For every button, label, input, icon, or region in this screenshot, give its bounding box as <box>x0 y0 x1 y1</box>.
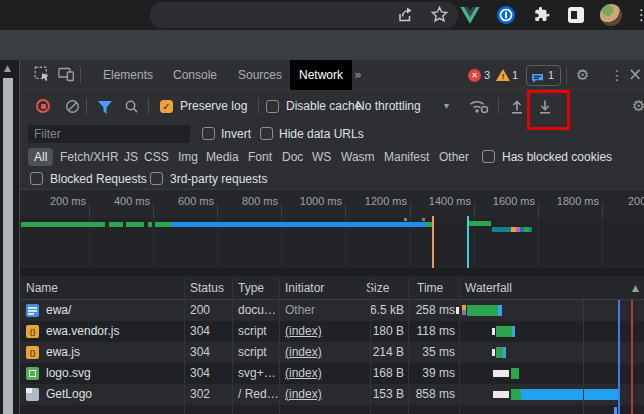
network-conditions-icon[interactable] <box>468 98 489 118</box>
ruler-label: 2000 ms <box>628 195 644 207</box>
devtools-close-icon[interactable]: × <box>628 60 642 89</box>
sort-indicator-icon[interactable]: ▲ <box>632 276 639 300</box>
table-row[interactable]: {} ewa.js 304 script (index) 214 B 35 ms <box>20 342 644 363</box>
chip-all[interactable]: All <box>28 148 53 166</box>
request-time: 35 ms <box>410 342 455 363</box>
chip-ws[interactable]: WS <box>312 146 331 168</box>
record-button[interactable] <box>36 99 50 113</box>
chip-other[interactable]: Other <box>439 146 469 168</box>
request-status: 304 <box>190 321 210 342</box>
chip-font[interactable]: Font <box>248 146 272 168</box>
browser-menu-icon[interactable]: ⋮ <box>634 0 644 30</box>
clear-button[interactable] <box>65 99 80 118</box>
disable-cache-label[interactable]: Disable cache <box>286 90 361 122</box>
chip-media[interactable]: Media <box>206 146 239 168</box>
search-icon[interactable] <box>124 99 139 118</box>
tab-console[interactable]: Console <box>173 60 217 90</box>
third-party-checkbox[interactable] <box>150 172 163 185</box>
filter-input[interactable] <box>28 125 190 143</box>
request-initiator-link[interactable]: (index) <box>285 363 322 384</box>
type-filter-chips: All Fetch/XHR JS CSS Img Media Font Doc … <box>20 146 644 168</box>
bookmark-star-icon[interactable] <box>430 5 449 28</box>
import-har-icon[interactable] <box>510 99 524 118</box>
blocked-requests-checkbox[interactable] <box>30 172 43 185</box>
waterfall-waiting <box>496 326 512 337</box>
chip-img[interactable]: Img <box>178 146 198 168</box>
column-header-time[interactable]: Time <box>417 276 443 300</box>
table-row[interactable]: ewa/ 200 docu… Other 6.5 kB 258 ms <box>20 300 644 321</box>
tab-sources[interactable]: Sources <box>238 60 282 90</box>
vue-extension-icon[interactable] <box>460 7 480 28</box>
more-tabs-icon[interactable]: » <box>354 60 362 90</box>
scrollbar-thumb[interactable] <box>3 78 13 414</box>
third-party-label[interactable]: 3rd-party requests <box>170 168 267 190</box>
overview-bar <box>21 222 105 227</box>
warning-badge-icon[interactable]: ! <box>496 69 510 81</box>
hide-data-urls-checkbox[interactable] <box>260 127 273 140</box>
onepassword-extension-icon[interactable] <box>497 6 515 28</box>
ruler-label: 1200 ms <box>345 195 407 207</box>
filter-funnel-icon[interactable] <box>98 100 112 118</box>
request-initiator-link[interactable]: (index) <box>285 342 322 363</box>
blocked-requests-label[interactable]: Blocked Requests <box>50 168 147 190</box>
ruler-label: 600 ms <box>152 195 214 207</box>
ruler-label: 200 ms <box>24 195 86 207</box>
table-row[interactable]: logo.svg 304 svg+… (index) 168 B 39 ms <box>20 363 644 384</box>
preserve-log-checkbox[interactable]: ✓ <box>160 100 173 113</box>
chip-manifest[interactable]: Manifest <box>384 146 429 168</box>
request-initiator-link[interactable]: (index) <box>285 384 322 405</box>
request-name: ewa.vendor.js <box>46 321 119 342</box>
profile-avatar[interactable] <box>600 4 622 26</box>
has-blocked-cookies-label[interactable]: Has blocked cookies <box>502 146 612 168</box>
device-toolbar-icon[interactable] <box>58 66 75 87</box>
invert-checkbox[interactable] <box>202 127 215 140</box>
waterfall-download <box>521 389 618 400</box>
chip-wasm[interactable]: Wasm <box>341 146 375 168</box>
column-header-waterfall[interactable]: Waterfall <box>465 276 512 300</box>
extensions-puzzle-icon[interactable] <box>533 6 551 28</box>
scrollbar-up-arrow-icon[interactable]: ▲ <box>4 63 11 73</box>
inspect-element-icon[interactable] <box>34 66 51 87</box>
error-count[interactable]: 3 <box>484 60 490 90</box>
request-initiator-link[interactable]: (index) <box>285 321 322 342</box>
column-header-name[interactable]: Name <box>26 276 58 300</box>
network-overview[interactable] <box>20 218 644 268</box>
page-scrollbar[interactable]: ▲ <box>0 60 19 414</box>
disable-cache-checkbox[interactable] <box>266 100 279 113</box>
throttling-dropdown-icon[interactable]: ▾ <box>444 90 449 122</box>
table-row[interactable]: GetLogo 302 / Red… (index) 153 B 858 ms <box>20 384 644 405</box>
timeline-ruler[interactable]: 200 ms 400 ms 600 ms 800 ms 1000 ms 1200… <box>20 190 644 218</box>
devtools-menu-icon[interactable]: ⋮ <box>610 60 624 90</box>
tab-elements[interactable]: Elements <box>103 60 153 90</box>
share-icon[interactable] <box>396 6 414 28</box>
invert-label[interactable]: Invert <box>221 122 251 146</box>
panel-divider <box>20 268 644 276</box>
throttling-select[interactable]: No throttling <box>356 90 421 122</box>
hide-data-urls-label[interactable]: Hide data URLs <box>279 122 364 146</box>
waterfall-download <box>498 305 502 316</box>
table-row-partial[interactable] <box>20 405 644 414</box>
column-header-type[interactable]: Type <box>238 276 264 300</box>
has-blocked-cookies-checkbox[interactable] <box>482 150 495 163</box>
devtools-settings-gear-icon[interactable]: ⚙ <box>576 60 589 90</box>
request-type: script <box>238 342 267 363</box>
chip-css[interactable]: CSS <box>144 146 169 168</box>
ruler-label: 400 ms <box>88 195 150 207</box>
waterfall-gridline <box>583 300 584 414</box>
chip-js[interactable]: JS <box>124 146 138 168</box>
column-header-status[interactable]: Status <box>190 276 224 300</box>
devtools-tabbar: Elements Console Sources Network » ✕ 3 !… <box>20 60 644 90</box>
contrast-extension-icon[interactable] <box>568 7 584 23</box>
table-row[interactable]: {} ewa.vendor.js 304 script (index) 180 … <box>20 321 644 342</box>
chip-fetch-xhr[interactable]: Fetch/XHR <box>60 146 119 168</box>
preserve-log-label[interactable]: Preserve log <box>180 90 247 122</box>
chip-doc[interactable]: Doc <box>282 146 303 168</box>
ruler-label: 1600 ms <box>473 195 535 207</box>
issues-button[interactable]: 1 <box>526 65 561 86</box>
network-settings-gear-icon[interactable]: ⚙ <box>632 90 644 122</box>
column-header-initiator[interactable]: Initiator <box>285 276 324 300</box>
issues-bubble-icon <box>531 70 544 88</box>
warning-count[interactable]: 1 <box>512 60 518 90</box>
tab-network[interactable]: Network <box>290 60 352 90</box>
error-badge-icon[interactable]: ✕ <box>468 69 481 82</box>
